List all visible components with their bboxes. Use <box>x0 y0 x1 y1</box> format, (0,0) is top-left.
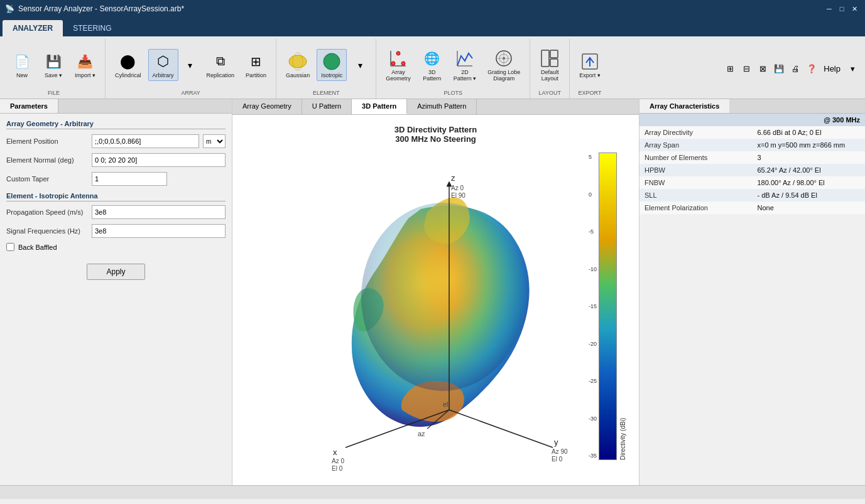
svg-text:El 0: El 0 <box>332 465 343 472</box>
plot-title: 3D Directivity Pattern 300 MHz No Steeri… <box>394 125 477 144</box>
grating-lobe-icon <box>494 48 514 68</box>
apply-button[interactable]: Apply <box>87 264 144 280</box>
help-label[interactable]: Help <box>820 62 844 77</box>
save-label: Save ▾ <box>45 73 62 79</box>
char-header: @ 300 MHz <box>639 114 865 126</box>
back-baffled-checkbox[interactable] <box>6 243 14 251</box>
ribbon-group-file-content: 📄 New 💾 Save ▾ 📥 Import ▾ <box>8 40 100 90</box>
2d-pattern-button[interactable]: 2DPattern ▾ <box>449 46 481 85</box>
arbitrary-label: Arbitrary <box>153 73 174 79</box>
svg-line-23 <box>449 410 553 448</box>
characteristics-table: Array Directivity6.66 dBi at 0 Az; 0 ElA… <box>639 126 865 214</box>
main-area: Parameters Array Geometry - Arbitrary El… <box>0 99 865 485</box>
parameters-tab[interactable]: Parameters <box>0 99 58 113</box>
gaussian-label: Gaussian <box>286 73 310 79</box>
table-row: Number of Elements3 <box>639 151 865 164</box>
isotropic-button[interactable]: Isotropic <box>317 49 347 82</box>
export-button[interactable]: Export ▾ <box>575 49 605 82</box>
gaussian-icon <box>288 51 308 72</box>
app-icon: 📡 <box>5 4 14 13</box>
ribbon-group-element: Gaussian Isotropic ▾ ELEMENT <box>276 39 376 99</box>
svg-rect-17 <box>550 59 558 67</box>
ribbon-right-icons: ⊞ ⊟ ⊠ 💾 🖨 ❓ Help ▾ <box>722 39 862 99</box>
title-bar-controls[interactable]: ─ □ ✕ <box>824 3 860 14</box>
svg-text:Az 0: Az 0 <box>332 458 344 464</box>
help-dropdown-icon[interactable]: ▾ <box>845 62 860 77</box>
char-label: Element Polarization <box>639 201 753 214</box>
save-button[interactable]: 💾 Save ▾ <box>39 49 68 82</box>
tab-u-pattern[interactable]: U Pattern <box>302 99 352 114</box>
ribbon-group-layout-label: LAYOUT <box>539 90 561 97</box>
colorbar-label-neg35: -35 <box>589 453 597 459</box>
element-position-input[interactable] <box>92 134 199 148</box>
array-geometry-plot-button[interactable]: ArrayGeometry <box>381 46 415 85</box>
char-value: 65.24° Az / 42.00° El <box>753 164 866 176</box>
ribbon-group-array-content: ⬤ Cylindrical ⬡ Arbitrary ▾ ⧉ Replicatio… <box>111 40 271 90</box>
element-dropdown-button[interactable]: ▾ <box>349 56 371 75</box>
new-button[interactable]: 📄 New <box>8 49 36 82</box>
element-dropdown-icon: ▾ <box>352 58 367 73</box>
table-row: SLL- dB Az / 9.54 dB El <box>639 189 865 201</box>
new-icon: 📄 <box>12 51 32 72</box>
svg-point-5 <box>401 62 405 65</box>
arbitrary-button[interactable]: ⬡ Arbitrary <box>148 49 178 82</box>
minimize-button[interactable]: ─ <box>824 3 835 14</box>
toolbar-icon-5[interactable]: 🖨 <box>788 62 803 77</box>
maximize-button[interactable]: □ <box>836 3 847 14</box>
colorbar-label-neg30: -30 <box>589 416 597 422</box>
import-button[interactable]: 📥 Import ▾ <box>70 49 100 82</box>
tab-array-geometry[interactable]: Array Geometry <box>232 99 302 114</box>
element-normal-label: Element Normal (deg) <box>6 156 88 164</box>
char-label: SLL <box>639 189 753 201</box>
help-icon[interactable]: ❓ <box>804 62 819 77</box>
svg-point-2 <box>324 53 340 70</box>
element-position-unit[interactable]: m <box>203 134 226 148</box>
gaussian-button[interactable]: Gaussian <box>281 49 314 82</box>
table-row: Element PolarizationNone <box>639 201 865 214</box>
array-dropdown-button[interactable]: ▾ <box>181 56 200 75</box>
default-layout-icon <box>540 48 560 68</box>
svg-point-0 <box>289 55 307 68</box>
colorbar-label-neg10: -10 <box>589 266 597 272</box>
tab-analyzer[interactable]: ANALYZER <box>3 20 63 36</box>
element-position-label: Element Position <box>6 137 88 145</box>
3d-pattern-button[interactable]: 🌐 3DPattern <box>418 46 447 85</box>
replication-button[interactable]: ⧉ Replication <box>202 49 239 82</box>
colorbar-label-neg5: -5 <box>589 228 597 235</box>
tab-azimuth-pattern[interactable]: Azimuth Pattern <box>407 99 477 114</box>
center-panel: Array Geometry U Pattern 3D Pattern Azim… <box>232 99 639 485</box>
partition-button[interactable]: ⊞ Partition <box>241 49 271 82</box>
element-normal-input[interactable] <box>92 153 226 167</box>
ribbon-group-layout-content: DefaultLayout <box>535 40 564 90</box>
tab-3d-pattern[interactable]: 3D Pattern <box>352 99 407 114</box>
grating-lobe-button[interactable]: Grating LobeDiagram <box>483 46 525 85</box>
toolbar-icon-1[interactable]: ⊞ <box>722 62 737 77</box>
array-geometry-plot-icon <box>388 48 408 68</box>
char-value: None <box>753 201 866 214</box>
toolbar-icon-3[interactable]: ⊠ <box>755 62 770 77</box>
signal-freq-input[interactable] <box>92 224 226 238</box>
toolbar-icon-2[interactable]: ⊟ <box>739 62 754 77</box>
close-button[interactable]: ✕ <box>849 3 860 14</box>
tab-array-characteristics[interactable]: Array Characteristics <box>639 99 729 113</box>
propagation-speed-input[interactable] <box>92 205 226 219</box>
import-label: Import ▾ <box>75 73 95 79</box>
default-layout-button[interactable]: DefaultLayout <box>535 46 564 85</box>
table-row: HPBW65.24° Az / 42.00° El <box>639 164 865 176</box>
cylindrical-button[interactable]: ⬤ Cylindrical <box>111 49 146 82</box>
signal-freq-label: Signal Frequencies (Hz) <box>6 227 88 235</box>
custom-taper-label: Custom Taper <box>6 175 88 183</box>
char-label: Array Span <box>639 139 753 151</box>
table-row: Array Spanx=0 m y=500 mm z=866 mm <box>639 139 865 151</box>
ribbon-group-layout: DefaultLayout LAYOUT <box>530 39 570 99</box>
ribbon-group-file-label: FILE <box>48 90 60 97</box>
colorbar-label-neg15: -15 <box>589 303 597 309</box>
tab-steering[interactable]: STEERING <box>63 20 121 36</box>
ribbon-group-element-content: Gaussian Isotropic ▾ <box>281 40 371 90</box>
ribbon-group-plots-content: ArrayGeometry 🌐 3DPattern 2DPattern ▾ <box>381 40 525 90</box>
toolbar-icon-4[interactable]: 💾 <box>771 62 786 77</box>
ribbon-group-export-content: Export ▾ <box>575 40 605 90</box>
partition-icon: ⊞ <box>246 51 266 72</box>
custom-taper-input[interactable] <box>92 172 167 186</box>
colorbar-label-0: 0 <box>589 191 597 198</box>
